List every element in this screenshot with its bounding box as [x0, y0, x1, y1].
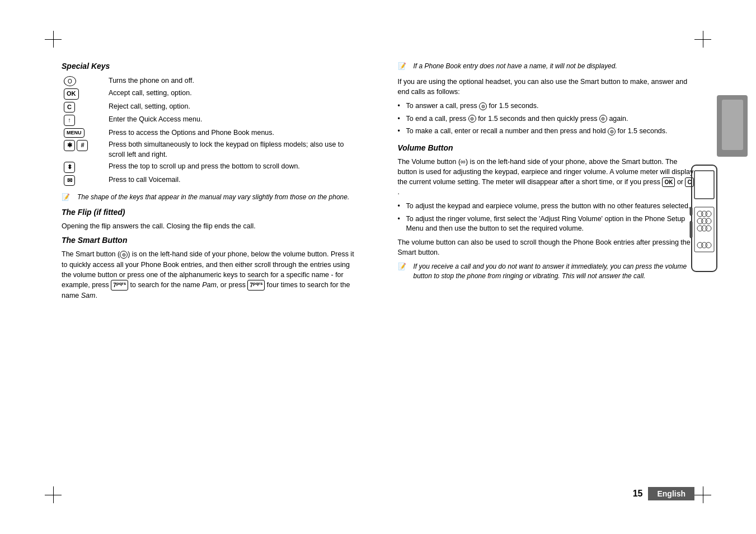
- key-desc-ok: Accept call, setting, option.: [106, 87, 359, 101]
- key-hash: #: [77, 140, 88, 151]
- smart-icon-4: ⊙: [608, 128, 616, 135]
- special-keys-section: Special Keys O Turns the phone on and of…: [62, 62, 359, 202]
- volume-button-title: Volume Button: [398, 143, 695, 152]
- volume-note: 📝 If you receive a call and you do not w…: [398, 262, 695, 281]
- note-icon: 📝: [62, 193, 75, 202]
- svg-point-10: [706, 218, 711, 224]
- key-menu: MENU: [64, 128, 84, 137]
- content-area: Special Keys O Turns the phone on and of…: [62, 62, 694, 478]
- smart-button-icon: ⊙: [120, 251, 128, 259]
- side-tab: [717, 95, 748, 157]
- list-item: To make a call, enter or recall a number…: [398, 127, 695, 137]
- crosshair-top-left: [45, 31, 62, 48]
- note-icon-phonebook: 📝: [398, 62, 411, 71]
- key-desc-up: Enter the Quick Access menu.: [106, 114, 359, 127]
- page: Special Keys O Turns the phone on and of…: [0, 0, 756, 534]
- table-row: ✉ Press to call Voicemail.: [62, 174, 359, 188]
- key-desc-power: Turns the phone on and off.: [106, 75, 359, 87]
- smart-icon-1: ⊙: [479, 102, 487, 110]
- keys-table: O Turns the phone on and off. OK Accept …: [62, 75, 359, 187]
- key-c: C: [64, 102, 75, 113]
- flip-body: Opening the flip answers the call. Closi…: [62, 221, 359, 231]
- volume-button-body: The Volume button (∞) is on the left-han…: [398, 157, 695, 198]
- svg-point-7: [706, 211, 711, 217]
- key-star: ✱: [64, 140, 75, 151]
- side-tab-inner: [722, 100, 743, 150]
- key-desc-lock: Press both simultaneously to lock the ke…: [106, 139, 359, 161]
- key-7pqrs-1: 7pqrs: [111, 280, 128, 290]
- svg-point-16: [706, 242, 711, 248]
- volume-scroll-text: The volume button can also be used to sc…: [398, 237, 695, 257]
- table-row: O Turns the phone on and off.: [62, 75, 359, 87]
- list-item: To adjust the ringer volume, first selec…: [398, 214, 695, 234]
- key-up: ↑: [64, 115, 75, 126]
- footer: 15 English: [633, 487, 694, 500]
- smart-icon-3: ⊙: [599, 115, 607, 123]
- volume-button-section: Volume Button The Volume button (∞) is o…: [398, 143, 695, 281]
- page-number: 15: [633, 489, 643, 499]
- table-row: ↑ Enter the Quick Access menu.: [62, 114, 359, 127]
- crosshair-top-right: [694, 31, 711, 48]
- smart-icon-2: ⊙: [468, 115, 476, 123]
- crosshair-bottom-right: [694, 486, 711, 503]
- table-row: OK Accept call, setting, option.: [62, 87, 359, 101]
- phonebook-note: 📝 If a Phone Book entry does not have a …: [398, 62, 695, 71]
- svg-point-13: [706, 226, 711, 231]
- table-row: ✱ # Press both simultaneously to lock th…: [62, 139, 359, 161]
- headset-text: If you are using the optional headset, y…: [398, 77, 695, 97]
- note-icon-volume: 📝: [398, 262, 411, 271]
- table-row: ⬍ Press the top to scroll up and press t…: [62, 161, 359, 174]
- left-column: Special Keys O Turns the phone on and of…: [62, 62, 370, 478]
- crosshair-bottom-left: [45, 486, 62, 503]
- key-ok-vol: OK: [662, 177, 675, 187]
- volume-bullets: To adjust the keypad and earpiece volume…: [398, 202, 695, 234]
- headset-bullets: To answer a call, press ⊙ for 1.5 second…: [398, 101, 695, 137]
- key-desc-c: Reject call, setting, option.: [106, 101, 359, 114]
- key-ok: OK: [64, 88, 79, 100]
- note-text: The shape of the keys that appear in the…: [77, 193, 349, 201]
- smart-button-title: The Smart Button: [62, 236, 359, 245]
- list-item: To end a call, press ⊙ for 1.5 seconds a…: [398, 114, 695, 124]
- right-column: 📝 If a Phone Book entry does not have a …: [392, 62, 695, 478]
- key-desc-menu: Press to access the Options and Phone Bo…: [106, 127, 359, 139]
- key-desc-voicemail: Press to call Voicemail.: [106, 174, 359, 188]
- special-keys-title: Special Keys: [62, 62, 359, 71]
- table-row: C Reject call, setting, option.: [62, 101, 359, 114]
- key-scroll: ⬍: [64, 162, 75, 173]
- flip-title: The Flip (if fitted): [62, 208, 359, 217]
- smart-button-body: The Smart button (⊙) is on the left-hand…: [62, 249, 359, 300]
- key-7pqrs-2: 7pqrs: [247, 280, 265, 290]
- list-item: To answer a call, press ⊙ for 1.5 second…: [398, 101, 695, 111]
- smart-button-section: The Smart Button The Smart button (⊙) is…: [62, 236, 359, 300]
- language-badge: English: [648, 487, 694, 500]
- note-text-phonebook: If a Phone Book entry does not have a na…: [414, 62, 617, 70]
- key-voicemail: ✉: [64, 175, 75, 186]
- flip-section: The Flip (if fitted) Opening the flip an…: [62, 208, 359, 231]
- table-row: MENU Press to access the Options and Pho…: [62, 127, 359, 139]
- svg-rect-1: [694, 171, 714, 199]
- note-text-volume: If you receive a call and you do not wan…: [414, 263, 687, 280]
- special-keys-note: 📝 The shape of the keys that appear in t…: [62, 193, 359, 202]
- list-item: To adjust the keypad and earpiece volume…: [398, 202, 695, 212]
- key-power: O: [64, 76, 76, 86]
- key-desc-scroll: Press the top to scroll up and press the…: [106, 161, 359, 174]
